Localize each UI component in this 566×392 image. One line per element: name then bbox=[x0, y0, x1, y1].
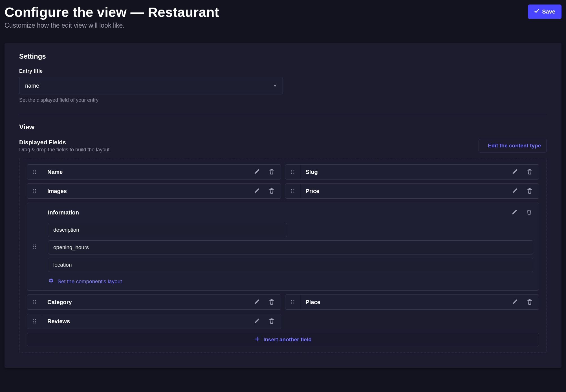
field-label: Place bbox=[301, 295, 506, 309]
trash-icon bbox=[268, 188, 275, 195]
pencil-icon bbox=[254, 299, 260, 306]
save-button[interactable]: Save bbox=[528, 5, 561, 19]
insert-another-field-button[interactable]: Insert another field bbox=[27, 333, 539, 346]
trash-icon bbox=[527, 169, 533, 176]
delete-field-button[interactable] bbox=[525, 167, 534, 177]
set-component-layout-label: Set the component's layout bbox=[58, 278, 122, 285]
pencil-icon bbox=[512, 188, 518, 195]
delete-field-button[interactable] bbox=[525, 208, 533, 217]
edit-content-type-label: Edit the content type bbox=[488, 143, 541, 149]
page-subtitle: Customize how the edit view will look li… bbox=[5, 22, 219, 29]
field-card-category[interactable]: Category bbox=[27, 294, 281, 310]
drag-handle-icon[interactable] bbox=[285, 184, 301, 198]
check-icon bbox=[534, 8, 539, 15]
entry-title-label: Entry title bbox=[19, 68, 547, 74]
field-label: Slug bbox=[301, 165, 506, 179]
edit-field-button[interactable] bbox=[511, 298, 519, 307]
caret-down-icon: ▼ bbox=[273, 83, 277, 88]
field-card-name[interactable]: Name bbox=[27, 164, 281, 180]
pencil-icon bbox=[512, 299, 518, 306]
field-label: Category bbox=[42, 295, 248, 309]
edit-field-button[interactable] bbox=[253, 298, 261, 307]
pencil-icon bbox=[511, 209, 517, 216]
drag-handle-icon[interactable] bbox=[27, 203, 42, 290]
field-label: Price bbox=[301, 184, 506, 198]
field-card-images[interactable]: Images bbox=[27, 183, 281, 199]
field-card-slug[interactable]: Slug bbox=[285, 164, 539, 180]
pencil-icon bbox=[254, 169, 260, 176]
displayed-fields-hint: Drag & drop the fields to build the layo… bbox=[19, 147, 109, 153]
entry-title-select[interactable]: name ▼ bbox=[19, 77, 283, 94]
delete-field-button[interactable] bbox=[267, 317, 276, 326]
component-subfield-opening-hours[interactable]: opening_hours bbox=[48, 240, 533, 254]
field-label: Images bbox=[42, 184, 248, 198]
field-label: Name bbox=[42, 165, 248, 179]
section-divider bbox=[19, 114, 547, 114]
page-header: Configure the view — Restaurant Customiz… bbox=[5, 5, 561, 29]
drag-handle-icon[interactable] bbox=[285, 165, 301, 179]
component-card-information[interactable]: Information description opening_hours lo… bbox=[27, 203, 539, 291]
field-row: Name Slug bbox=[27, 164, 539, 180]
field-card-place[interactable]: Place bbox=[285, 294, 539, 310]
delete-field-button[interactable] bbox=[525, 298, 534, 307]
gear-icon bbox=[48, 278, 54, 285]
save-button-label: Save bbox=[542, 8, 555, 15]
field-row: Reviews bbox=[27, 314, 539, 329]
component-subfield-description[interactable]: description bbox=[48, 223, 287, 237]
pencil-icon bbox=[254, 188, 260, 195]
edit-field-button[interactable] bbox=[253, 317, 261, 326]
field-row: Category Place bbox=[27, 294, 539, 310]
page-title: Configure the view — Restaurant bbox=[5, 5, 219, 20]
trash-icon bbox=[268, 169, 275, 176]
pencil-icon bbox=[254, 318, 260, 325]
drag-handle-icon[interactable] bbox=[27, 314, 42, 329]
delete-field-button[interactable] bbox=[267, 167, 276, 177]
edit-field-button[interactable] bbox=[253, 167, 261, 177]
field-label: Reviews bbox=[42, 314, 248, 329]
config-panel: Settings Entry title name ▼ Set the disp… bbox=[5, 43, 561, 368]
drag-handle-icon[interactable] bbox=[27, 295, 42, 309]
displayed-fields-title: Displayed Fields bbox=[19, 139, 109, 146]
settings-heading: Settings bbox=[19, 52, 547, 60]
edit-field-button[interactable] bbox=[510, 208, 519, 217]
edit-content-type-button[interactable]: Edit the content type bbox=[479, 139, 547, 152]
entry-title-hint: Set the displayed field of your entry bbox=[19, 97, 547, 103]
trash-icon bbox=[526, 209, 532, 216]
component-title: Information bbox=[48, 209, 79, 216]
trash-icon bbox=[527, 188, 533, 195]
drag-handle-icon[interactable] bbox=[27, 184, 42, 198]
view-heading: View bbox=[19, 123, 547, 131]
pencil-icon bbox=[512, 169, 518, 176]
drag-handle-icon[interactable] bbox=[285, 295, 301, 309]
field-card-price[interactable]: Price bbox=[285, 183, 539, 199]
component-subfield-location[interactable]: location bbox=[48, 258, 533, 272]
trash-icon bbox=[268, 318, 275, 325]
delete-field-button[interactable] bbox=[267, 187, 276, 196]
drag-handle-icon[interactable] bbox=[27, 165, 42, 179]
edit-field-button[interactable] bbox=[511, 187, 519, 196]
entry-title-field-group: Entry title name ▼ Set the displayed fie… bbox=[19, 68, 547, 103]
edit-field-button[interactable] bbox=[511, 167, 519, 177]
plus-icon bbox=[254, 336, 260, 343]
field-card-reviews[interactable]: Reviews bbox=[27, 314, 281, 329]
insert-another-field-label: Insert another field bbox=[263, 336, 312, 343]
field-row: Images Price bbox=[27, 183, 539, 199]
layout-area: Name Slug bbox=[19, 158, 547, 353]
trash-icon bbox=[527, 299, 533, 306]
delete-field-button[interactable] bbox=[267, 298, 276, 307]
entry-title-value: name bbox=[25, 83, 39, 89]
edit-field-button[interactable] bbox=[253, 187, 261, 196]
trash-icon bbox=[268, 299, 275, 306]
delete-field-button[interactable] bbox=[525, 187, 534, 196]
set-component-layout-link[interactable]: Set the component's layout bbox=[48, 278, 122, 285]
